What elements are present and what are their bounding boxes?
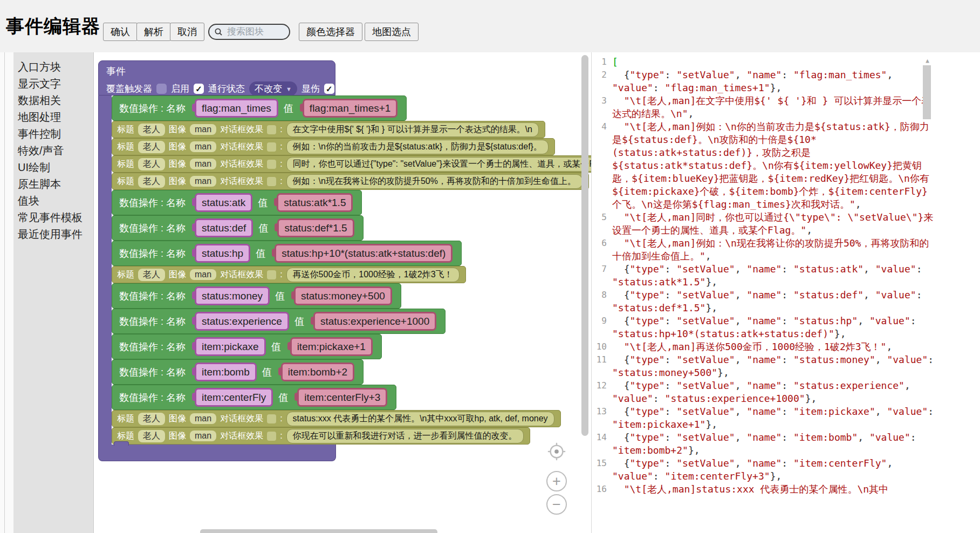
sidebar-item[interactable]: UI绘制 (13, 159, 93, 176)
image-field[interactable]: man (190, 269, 216, 280)
sidebar-item[interactable]: 入口方块 (13, 59, 93, 76)
name-field[interactable]: flag:man_times (195, 99, 278, 118)
code-line[interactable]: 2 {"type": "setValue", "name": "flag:man… (592, 69, 980, 94)
set-value-block[interactable]: 数值操作 : 名称item:bomb值item:bomb+2 (112, 359, 364, 385)
value-field[interactable]: item:bomb+2 (281, 363, 354, 381)
map-pick-button[interactable]: 地图选点 (365, 23, 419, 41)
code-line[interactable]: 8 {"type": "setValue", "name": "status:d… (592, 289, 980, 315)
code-line[interactable]: 10 "\t[老人,man]再送你500金币，1000经验，1破2炸3飞！", (592, 340, 980, 353)
image-field[interactable]: man (190, 413, 216, 424)
speaker-field[interactable]: 老人 (138, 269, 165, 281)
dialog-block[interactable]: 标题老人图像man对话框效果:status:xxx 代表勇士的某个属性。\n其中… (112, 410, 561, 427)
value-field[interactable]: item:pickaxe+1 (290, 337, 373, 356)
cancel-button[interactable]: 取消 (170, 23, 204, 41)
name-field[interactable]: status:experience (195, 312, 289, 331)
dialog-effect-checkbox[interactable] (267, 160, 276, 169)
sidebar-item[interactable]: 常见事件模板 (13, 209, 93, 226)
event-block[interactable]: 事件 覆盖触发器 启用 通行状态 不改变 ▼ 显伤 数值操作 : 名称flag:… (98, 60, 592, 461)
sidebar-item[interactable]: 地图处理 (13, 109, 93, 126)
sidebar-item[interactable]: 最近使用事件 (13, 226, 93, 243)
blockly-canvas[interactable]: 事件 覆盖触发器 启用 通行状态 不改变 ▼ 显伤 数值操作 : 名称flag:… (94, 52, 592, 533)
set-value-block[interactable]: 数值操作 : 名称status:hp值status:hp+10*(status:… (112, 241, 462, 266)
speaker-field[interactable]: 老人 (138, 413, 165, 425)
code-line[interactable]: 3 "\t[老人,man]在文字中使用${' ${ '}和 } 可以计算并显示一… (592, 94, 980, 120)
code-line[interactable]: 14 {"type": "setValue", "name": "item:bo… (592, 431, 980, 457)
set-value-block[interactable]: 数值操作 : 名称flag:man_times值flag:man_times+1 (112, 95, 407, 121)
set-value-block[interactable]: 数值操作 : 名称item:pickaxe值item:pickaxe+1 (112, 334, 382, 359)
scroll-up-arrow-icon[interactable]: ▲ (923, 57, 931, 64)
sidebar-item[interactable]: 显示文字 (13, 76, 93, 92)
value-field[interactable]: flag:man_times+1 (303, 99, 398, 118)
dialog-block[interactable]: 标题老人图像man对话框效果:你现在可以重新和我进行对话，进一步看到属性值的改变… (112, 427, 530, 445)
set-value-block[interactable]: 数值操作 : 名称status:experience值status:experi… (112, 309, 446, 334)
speaker-field[interactable]: 老人 (138, 430, 165, 442)
color-picker-button[interactable]: 颜色选择器 (299, 23, 362, 41)
name-field[interactable]: item:centerFly (195, 388, 273, 407)
dialog-block[interactable]: 标题老人图像man对话框效果:再送你500金币，1000经验，1破2炸3飞！ (112, 266, 466, 283)
set-value-block[interactable]: 数值操作 : 名称status:def值status:def*1.5 (112, 215, 364, 241)
parse-button[interactable]: 解析 (136, 23, 171, 41)
zoom-out-button[interactable]: − (546, 494, 567, 515)
dialog-block[interactable]: 标题老人图像man对话框效果:例如：\n你的当前攻击力是${status:atk… (112, 138, 555, 155)
code-line[interactable]: 1[ (592, 56, 980, 69)
override-trigger-checkbox[interactable] (156, 84, 167, 94)
image-field[interactable]: man (190, 141, 216, 152)
value-field[interactable]: status:money+500 (294, 286, 392, 305)
code-line[interactable]: 5 "\t[老人,man]同时，你也可以通过{\"type\": \"setVa… (592, 211, 980, 237)
name-field[interactable]: status:def (195, 218, 253, 237)
dialog-text-field[interactable]: status:xxx 代表勇士的某个属性。\n其中xxx可取hp, atk, d… (286, 412, 554, 426)
damage-checkbox[interactable] (324, 84, 334, 94)
dialog-effect-checkbox[interactable] (267, 177, 276, 186)
canvas-vertical-scrollbar[interactable] (581, 55, 588, 436)
code-line[interactable]: 15 {"type": "setValue", "name": "item:ce… (592, 457, 980, 483)
image-field[interactable]: man (190, 159, 216, 169)
speaker-field[interactable]: 老人 (138, 158, 165, 170)
code-line[interactable]: 9 {"type": "setValue", "name": "status:h… (592, 315, 980, 340)
sidebar-item[interactable]: 数据相关 (13, 92, 93, 109)
speaker-field[interactable]: 老人 (138, 124, 165, 136)
dialog-text-field[interactable]: 再送你500金币，1000经验，1破2炸3飞！ (286, 268, 460, 282)
value-field[interactable]: status:atk*1.5 (277, 193, 353, 212)
dialog-effect-checkbox[interactable] (267, 432, 276, 441)
zoom-in-button[interactable]: + (546, 471, 567, 491)
dialog-text-field[interactable]: 你现在可以重新和我进行对话，进一步看到属性值的改变。 (286, 429, 524, 443)
sidebar-item[interactable]: 特效/声音 (13, 142, 93, 159)
dialog-block[interactable]: 标题老人图像man对话框效果:在文字中使用${' ${ '}和 } 可以计算并显… (112, 121, 545, 138)
event-block-header[interactable]: 事件 覆盖触发器 启用 通行状态 不改变 ▼ 显伤 (98, 60, 335, 95)
image-field[interactable]: man (190, 430, 216, 441)
speaker-field[interactable]: 老人 (138, 175, 165, 188)
name-field[interactable]: status:hp (195, 244, 250, 263)
search-input[interactable] (226, 26, 286, 38)
block-search-box[interactable] (208, 24, 290, 40)
image-field[interactable]: man (190, 176, 216, 187)
code-panel[interactable]: 1[2 {"type": "setValue", "name": "flag:m… (592, 52, 980, 533)
code-scrollbar-thumb[interactable] (923, 65, 931, 119)
code-line[interactable]: 12 {"type": "setValue", "name": "status:… (592, 379, 980, 405)
dialog-effect-checkbox[interactable] (267, 414, 276, 423)
set-value-block[interactable]: 数值操作 : 名称item:centerFly值item:centerFly+3 (112, 385, 396, 410)
speaker-field[interactable]: 老人 (138, 141, 165, 153)
code-line[interactable]: 16 "\t[老人,man]status:xxx 代表勇士的某个属性。\n其中 (592, 483, 980, 496)
dialog-text-field[interactable]: 例如：\n你的当前攻击力是${status:atk}，防御力是${status:… (286, 140, 549, 154)
code-line[interactable]: 13 {"type": "setValue", "name": "item:pi… (592, 405, 980, 431)
dialog-block[interactable]: 标题老人图像man对话框效果:例如：\n现在我将让你的攻防提升50%，再将攻防和… (112, 173, 589, 190)
confirm-button[interactable]: 确认 (103, 23, 138, 41)
canvas-horizontal-scrollbar[interactable] (200, 529, 437, 533)
code-line[interactable]: 4 "\t[老人,man]例如：\n你的当前攻击力是${status:atk}，… (592, 120, 980, 211)
value-field[interactable]: item:centerFly+3 (297, 388, 387, 407)
name-field[interactable]: status:atk (195, 193, 252, 212)
name-field[interactable]: item:bomb (195, 363, 257, 381)
dialog-effect-checkbox[interactable] (267, 270, 276, 279)
dialog-effect-checkbox[interactable] (267, 125, 276, 134)
code-line[interactable]: 7 {"type": "setValue", "name": "status:a… (592, 263, 980, 289)
enable-checkbox[interactable] (194, 84, 204, 94)
value-field[interactable]: status:def*1.5 (277, 218, 354, 237)
name-field[interactable]: item:pickaxe (195, 337, 266, 356)
dialog-text-field[interactable]: 同时，你也可以通过{"type": "setValue"}来设置一个勇士的属性、… (286, 157, 592, 172)
sidebar-item[interactable]: 原生脚本 (13, 176, 93, 193)
name-field[interactable]: status:money (195, 286, 270, 305)
dialog-text-field[interactable]: 例如：\n现在我将让你的攻防提升50%，再将攻防和的十倍加到生命值上。 (286, 174, 582, 189)
code-line[interactable]: 11 {"type": "setValue", "name": "status:… (592, 353, 980, 379)
dialog-text-field[interactable]: 在文字中使用${' ${ '}和 } 可以计算并显示一个表达式的结果。\n (286, 122, 539, 137)
dialog-effect-checkbox[interactable] (267, 142, 276, 152)
